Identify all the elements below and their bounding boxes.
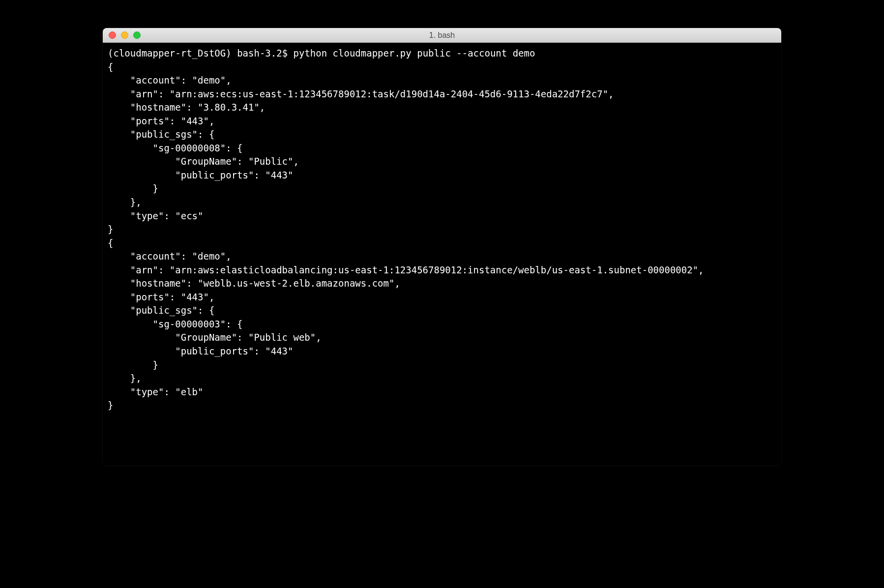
terminal-window: 1. bash (cloudmapper-rt_DstOG) bash-3.2$… bbox=[103, 28, 781, 466]
maximize-button[interactable] bbox=[133, 31, 141, 39]
output-line: "public_ports": "443" bbox=[108, 345, 776, 358]
output-line: "arn": "arn:aws:ecs:us-east-1:1234567890… bbox=[108, 88, 776, 101]
output-line: "GroupName": "Public", bbox=[108, 155, 776, 169]
output-line: "public_sgs": { bbox=[108, 128, 776, 142]
output-line: } bbox=[108, 399, 776, 412]
output-line: "sg-00000003": { bbox=[108, 318, 776, 331]
output-line: { bbox=[108, 60, 776, 74]
prompt-shell: bash-3.2$ bbox=[237, 48, 288, 59]
output-line: }, bbox=[108, 196, 776, 209]
output-line: { bbox=[108, 236, 776, 250]
output-line: } bbox=[108, 223, 776, 236]
output-line: "ports": "443", bbox=[108, 291, 776, 304]
output-line: "public_sgs": { bbox=[108, 304, 776, 318]
minimize-button[interactable] bbox=[121, 31, 128, 39]
prompt-line: (cloudmapper-rt_DstOG) bash-3.2$ python … bbox=[108, 47, 776, 60]
output-line: "GroupName": "Public web", bbox=[108, 331, 776, 345]
output-line: "account": "demo", bbox=[108, 250, 776, 264]
prompt-command: python cloudmapper.py public --account d… bbox=[294, 48, 535, 59]
output-line: "sg-00000008": { bbox=[108, 142, 776, 155]
window-title: 1. bash bbox=[103, 31, 781, 40]
terminal-output: { "account": "demo", "arn": "arn:aws:ecs… bbox=[108, 60, 776, 412]
traffic-lights bbox=[103, 31, 141, 39]
close-button[interactable] bbox=[109, 31, 116, 39]
output-line: "ports": "443", bbox=[108, 115, 776, 128]
output-line: } bbox=[108, 358, 776, 372]
output-line: "type": "ecs" bbox=[108, 209, 776, 223]
prompt-env: (cloudmapper-rt_DstOG) bbox=[108, 48, 232, 59]
terminal-body[interactable]: (cloudmapper-rt_DstOG) bash-3.2$ python … bbox=[103, 43, 781, 466]
output-line: "type": "elb" bbox=[108, 385, 776, 399]
output-line: }, bbox=[108, 372, 776, 385]
output-line: "public_ports": "443" bbox=[108, 169, 776, 182]
output-line: "arn": "arn:aws:elasticloadbalancing:us-… bbox=[108, 264, 776, 277]
window-titlebar[interactable]: 1. bash bbox=[103, 28, 781, 43]
output-line: } bbox=[108, 182, 776, 196]
output-line: "account": "demo", bbox=[108, 74, 776, 88]
output-line: "hostname": "weblb.us-west-2.elb.amazona… bbox=[108, 277, 776, 291]
output-line: "hostname": "3.80.3.41", bbox=[108, 101, 776, 115]
